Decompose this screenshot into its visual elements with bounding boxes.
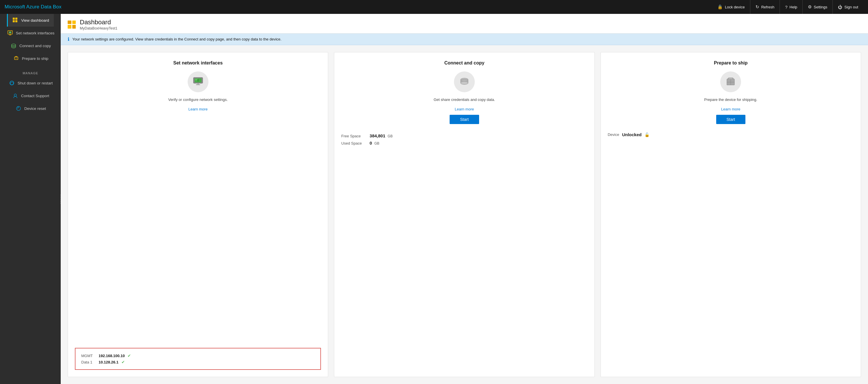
banner-message: Your network settings are configured. Vi…	[72, 37, 281, 41]
card-start-ship-button[interactable]: Start	[716, 115, 746, 124]
shutdown-icon	[9, 80, 15, 86]
card-learn-more-copy[interactable]: Learn more	[455, 107, 474, 111]
card-title-network: Set network interfaces	[173, 60, 223, 66]
svg-rect-0	[13, 18, 15, 20]
power-icon: ⏻	[838, 5, 842, 9]
ship-icon	[13, 56, 19, 61]
sidebar-item-view-dashboard[interactable]: View dashboard	[7, 14, 54, 27]
card-prepare-to-ship: Prepare to ship Prepare the device for s…	[600, 52, 861, 377]
card-description-network: Verify or configure network settings.	[168, 97, 228, 102]
card-icon-copy	[458, 76, 470, 88]
card-connect-and-copy: Connect and copy Get share credentials a…	[334, 52, 594, 377]
lock-open-icon: 🔓	[645, 132, 649, 137]
sidebar-item-connect-and-copy[interactable]: Connect and copy	[5, 39, 56, 52]
cards-container: Set network interfaces V	[61, 45, 868, 384]
sidebar-label-contact-support: Contact Support	[21, 94, 50, 98]
copy-icon	[11, 43, 17, 49]
sidebar-label-device-reset: Device reset	[24, 106, 46, 111]
card-set-network-interfaces: Set network interfaces V	[68, 52, 328, 377]
svg-rect-2	[13, 20, 15, 22]
sidebar-item-shut-down-or-restart[interactable]: Shut down or restart	[3, 76, 58, 89]
card-learn-more-network[interactable]: Learn more	[188, 107, 207, 111]
svg-rect-21	[197, 79, 199, 82]
refresh-button[interactable]: ↻ Refresh	[750, 0, 780, 14]
topbar: Microsoft Azure Data Box 🔒 Lock device ↻…	[0, 0, 868, 14]
layout: View dashboard Set network interfaces	[0, 14, 868, 384]
network-value-mgmt: 192.168.100.10	[99, 354, 125, 358]
sidebar-label-view-dashboard: View dashboard	[21, 18, 49, 23]
sidebar-item-set-network-interfaces[interactable]: Set network interfaces	[2, 27, 59, 39]
card-icon-network	[192, 76, 204, 88]
sidebar-resize-handle[interactable]	[59, 14, 61, 384]
device-value: Unlocked	[622, 132, 642, 137]
main-content: Dashboard MyDataBoxHeavyTest1 ℹ Your net…	[61, 14, 868, 384]
network-label-data1: Data 1	[81, 360, 96, 364]
settings-icon: ⚙	[808, 4, 812, 9]
space-value-used: 0	[370, 140, 372, 146]
help-icon: ?	[785, 5, 787, 9]
sidebar-item-contact-support[interactable]: Contact Support	[7, 89, 54, 102]
help-button[interactable]: ? Help	[779, 0, 802, 14]
network-label-mgmt: MGMT	[81, 354, 96, 358]
info-icon: ℹ	[68, 36, 69, 42]
card-title-ship: Prepare to ship	[714, 60, 747, 66]
space-row-free: Free Space 384,801 GB	[341, 132, 587, 139]
card-footer-ship: Device Unlocked 🔓	[608, 132, 854, 137]
card-icon-network-wrapper	[188, 71, 209, 92]
card-learn-more-ship[interactable]: Learn more	[721, 107, 740, 111]
dashboard-grid-icon	[68, 21, 76, 29]
card-description-ship: Prepare the device for shipping.	[704, 97, 757, 102]
network-value-data1: 10.128.26.1	[99, 360, 119, 364]
svg-rect-5	[9, 32, 11, 33]
content-header: Dashboard MyDataBoxHeavyTest1	[61, 14, 868, 34]
card-icon-ship	[724, 76, 737, 88]
network-row-mgmt: MGMT 192.168.100.10 ✔	[81, 352, 315, 359]
svg-point-24	[461, 82, 468, 85]
sidebar-label-connect-and-copy: Connect and copy	[19, 44, 51, 48]
page-subtitle: MyDataBoxHeavyTest1	[80, 26, 117, 30]
svg-point-13	[14, 94, 17, 96]
dashboard-icon	[12, 18, 18, 23]
check-icon-mgmt: ✔	[127, 353, 131, 358]
space-value-free: 384,801	[370, 133, 385, 138]
page-title: Dashboard	[80, 19, 117, 26]
svg-rect-1	[15, 18, 17, 20]
lock-device-button[interactable]: 🔒 Lock device	[712, 0, 750, 14]
topbar-actions: 🔒 Lock device ↻ Refresh ? Help ⚙ Setting…	[712, 0, 863, 14]
svg-rect-3	[15, 20, 17, 22]
sidebar-label-prepare-to-ship: Prepare to ship	[22, 56, 49, 61]
space-row-used: Used Space 0 GB	[341, 139, 587, 147]
app-title: Microsoft Azure Data Box	[5, 4, 62, 10]
card-icon-ship-wrapper	[720, 71, 741, 92]
check-icon-data1: ✔	[121, 360, 125, 364]
card-footer-network: MGMT 192.168.100.10 ✔ Data 1 10.128.26.1…	[75, 346, 321, 370]
space-unit-used: GB	[374, 141, 379, 146]
card-description-copy: Get share credentials and copy data.	[434, 97, 495, 102]
manage-section-label: MANAGE	[18, 67, 43, 76]
svg-point-8	[11, 44, 16, 46]
device-label: Device	[608, 132, 619, 137]
reset-icon	[16, 105, 21, 111]
network-info-box: MGMT 192.168.100.10 ✔ Data 1 10.128.26.1…	[75, 348, 321, 370]
sidebar-label-shut-down-or-restart: Shut down or restart	[18, 81, 53, 85]
card-title-copy: Connect and copy	[444, 60, 485, 66]
network-row-data1: Data 1 10.128.26.1 ✔	[81, 359, 315, 365]
lock-icon: 🔒	[717, 4, 723, 9]
space-unit-free: GB	[388, 134, 393, 138]
info-banner: ℹ Your network settings are configured. …	[61, 34, 868, 45]
refresh-icon: ↻	[755, 4, 759, 9]
space-label-used: Used Space	[341, 141, 367, 146]
card-start-copy-button[interactable]: Start	[450, 115, 479, 124]
header-text: Dashboard MyDataBoxHeavyTest1	[80, 19, 117, 30]
sidebar: View dashboard Set network interfaces	[0, 14, 61, 384]
sign-out-button[interactable]: ⏻ Sign out	[832, 0, 863, 14]
network-icon	[7, 30, 13, 36]
sidebar-item-prepare-to-ship[interactable]: Prepare to ship	[8, 52, 53, 65]
sidebar-item-device-reset[interactable]: Device reset	[10, 102, 51, 115]
space-label-free: Free Space	[341, 134, 367, 138]
settings-button[interactable]: ⚙ Settings	[802, 0, 832, 14]
svg-point-14	[17, 106, 21, 110]
card-footer-copy: Free Space 384,801 GB Used Space 0 GB	[341, 132, 587, 147]
card-icon-copy-wrapper	[454, 71, 475, 92]
support-icon	[12, 93, 18, 99]
